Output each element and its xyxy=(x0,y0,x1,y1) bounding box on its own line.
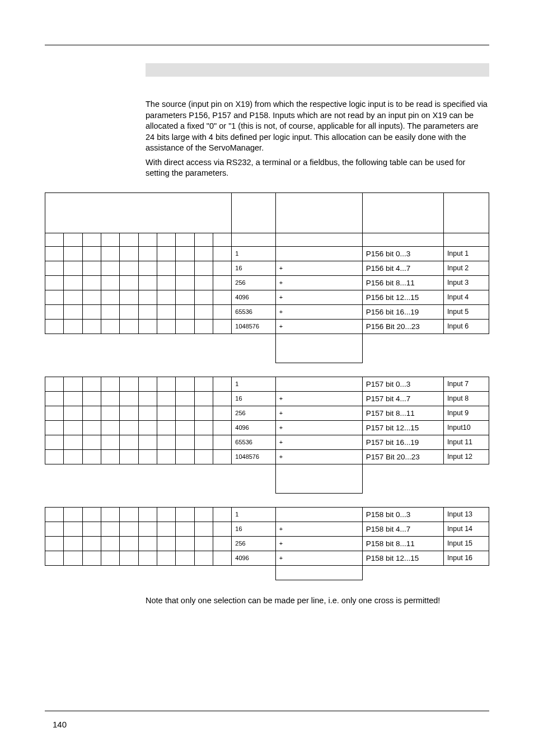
num-cell: 16 xyxy=(232,391,276,406)
param-cell: P158 bit 4...7 xyxy=(362,522,443,536)
num-cell: 16 xyxy=(232,522,276,536)
section-band xyxy=(146,63,489,77)
table-row: 4096 + P156 bit 12...15 Input 4 xyxy=(45,290,489,304)
table-row: 1048576 + P156 Bit 20...23 Input 6 xyxy=(45,319,489,334)
input-cell: Input 1 xyxy=(443,246,489,261)
table-row: 1 P158 bit 0...3 Input 13 xyxy=(45,507,489,522)
num-cell: 1 xyxy=(232,377,276,391)
intro-p1: The source (input pin on X19) from which… xyxy=(146,99,489,154)
plus-cell: + xyxy=(275,551,362,565)
intro-p2: With direct access via RS232, a terminal… xyxy=(146,157,489,179)
num-cell: 256 xyxy=(232,275,276,290)
plus-cell: + xyxy=(275,435,362,449)
plus-cell: + xyxy=(275,391,362,406)
num-cell: 16 xyxy=(232,261,276,275)
page-number: 140 xyxy=(53,720,67,729)
table-row: 256 + P156 bit 8...11 Input 3 xyxy=(45,275,489,290)
num-cell: 4096 xyxy=(232,551,276,565)
plus-cell xyxy=(275,246,362,261)
num-cell: 65536 xyxy=(232,435,276,449)
input-cell: Input 4 xyxy=(443,290,489,304)
plus-cell: + xyxy=(275,406,362,420)
table-row: 16 + P157 bit 4...7 Input 8 xyxy=(45,391,489,406)
plus-cell: + xyxy=(275,304,362,319)
param-cell: P157 bit 4...7 xyxy=(362,391,443,406)
total-row xyxy=(45,334,489,363)
table-row: 4096 + P158 bit 12...15 Input 16 xyxy=(45,551,489,565)
num-cell: 256 xyxy=(232,406,276,420)
num-cell: 1 xyxy=(232,246,276,261)
num-cell: 256 xyxy=(232,536,276,551)
input-cell: Input 11 xyxy=(443,435,489,449)
table-row: 1 P156 bit 0...3 Input 1 xyxy=(45,246,489,261)
param-cell: P156 bit 0...3 xyxy=(362,246,443,261)
plus-cell: + xyxy=(275,261,362,275)
table-row: 16 + P156 bit 4...7 Input 2 xyxy=(45,261,489,275)
input-cell: Input 7 xyxy=(443,377,489,391)
table-block-2: 1 P157 bit 0...3 Input 7 16 + P157 bit 4… xyxy=(45,377,489,494)
param-cell: P157 bit 12...15 xyxy=(362,420,443,435)
param-cell: P157 bit 8...11 xyxy=(362,406,443,420)
table-row: 65536 + P156 bit 16...19 Input 5 xyxy=(45,304,489,319)
num-cell: 65536 xyxy=(232,304,276,319)
table-row: 16 + P158 bit 4...7 Input 14 xyxy=(45,522,489,536)
num-cell: 4096 xyxy=(232,420,276,435)
input-cell: Input 2 xyxy=(443,261,489,275)
param-cell: P157 Bit 20...23 xyxy=(362,449,443,464)
input-cell: Input 13 xyxy=(443,507,489,522)
plus-cell xyxy=(275,507,362,522)
plus-cell: + xyxy=(275,420,362,435)
num-cell: 1 xyxy=(232,507,276,522)
param-cell: P156 Bit 20...23 xyxy=(362,319,443,334)
param-cell: P157 bit 0...3 xyxy=(362,377,443,391)
plus-cell xyxy=(275,377,362,391)
table-block-1: 1 P156 bit 0...3 Input 1 16 + P156 bit 4… xyxy=(45,192,489,363)
param-cell: P158 bit 8...11 xyxy=(362,536,443,551)
param-cell: P157 bit 16...19 xyxy=(362,435,443,449)
table-row: 256 + P157 bit 8...11 Input 9 xyxy=(45,406,489,420)
param-cell: P156 bit 16...19 xyxy=(362,304,443,319)
table-row: 1048576 + P157 Bit 20...23 Input 12 xyxy=(45,449,489,464)
input-cell: Input 3 xyxy=(443,275,489,290)
foot-note: Note that only one selection can be made… xyxy=(146,596,489,605)
plus-cell: + xyxy=(275,319,362,334)
input-cell: Input 5 xyxy=(443,304,489,319)
param-cell: P158 bit 12...15 xyxy=(362,551,443,565)
input-cell: Input 14 xyxy=(443,522,489,536)
table-row: 4096 + P157 bit 12...15 Input10 xyxy=(45,420,489,435)
plus-cell: + xyxy=(275,275,362,290)
table-row: 1 P157 bit 0...3 Input 7 xyxy=(45,377,489,391)
plus-cell: + xyxy=(275,522,362,536)
input-cell: Input 15 xyxy=(443,536,489,551)
intro-text: The source (input pin on X19) from which… xyxy=(146,99,489,179)
num-cell: 4096 xyxy=(232,290,276,304)
num-cell: 1048576 xyxy=(232,449,276,464)
table-block-3: 1 P158 bit 0...3 Input 13 16 + P158 bit … xyxy=(45,507,489,580)
top-rule xyxy=(45,45,489,45)
input-cell: Input 6 xyxy=(443,319,489,334)
total-row xyxy=(45,464,489,493)
input-cell: Input 9 xyxy=(443,406,489,420)
param-cell: P158 bit 0...3 xyxy=(362,507,443,522)
param-cell: P156 bit 8...11 xyxy=(362,275,443,290)
table-row: 256 + P158 bit 8...11 Input 15 xyxy=(45,536,489,551)
param-cell: P156 bit 4...7 xyxy=(362,261,443,275)
input-cell: Input 8 xyxy=(443,391,489,406)
table-row: 65536 + P157 bit 16...19 Input 11 xyxy=(45,435,489,449)
total-row xyxy=(45,565,489,580)
plus-cell: + xyxy=(275,290,362,304)
input-cell: Input 12 xyxy=(443,449,489,464)
bottom-rule xyxy=(45,711,489,711)
input-cell: Input10 xyxy=(443,420,489,435)
plus-cell: + xyxy=(275,536,362,551)
param-cell: P156 bit 12...15 xyxy=(362,290,443,304)
plus-cell: + xyxy=(275,449,362,464)
input-cell: Input 16 xyxy=(443,551,489,565)
num-cell: 1048576 xyxy=(232,319,276,334)
